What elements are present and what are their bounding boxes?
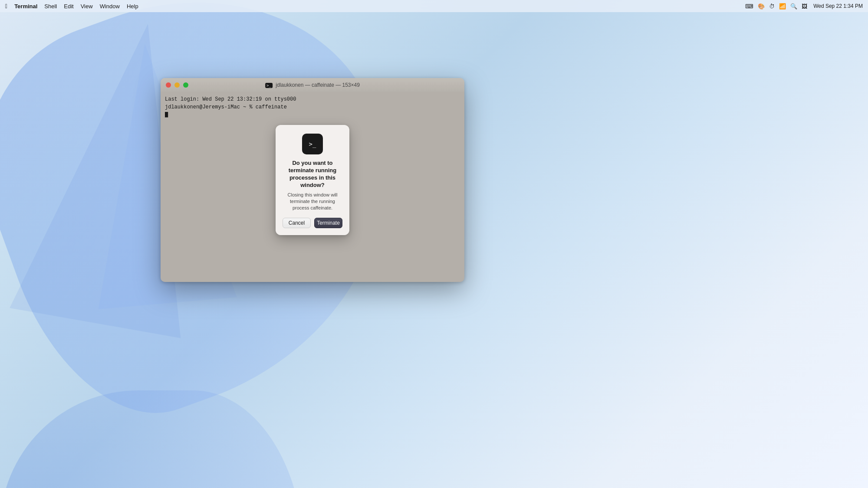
wifi-icon[interactable]: 📶 bbox=[779, 3, 786, 10]
search-icon[interactable]: 🔍 bbox=[790, 3, 797, 10]
dialog-icon: >_ bbox=[302, 134, 323, 154]
photo-icon[interactable]: 🖼 bbox=[802, 3, 807, 10]
menubar:  Terminal Shell Edit View Window Help ⌨… bbox=[0, 0, 868, 12]
desktop:  Terminal Shell Edit View Window Help ⌨… bbox=[0, 0, 868, 488]
clock-status-icon[interactable]: ⏱ bbox=[769, 3, 775, 10]
datetime-display[interactable]: Wed Sep 22 1:34 PM bbox=[813, 3, 863, 9]
help-menu[interactable]: Help bbox=[127, 3, 138, 10]
dialog-message: Closing this window will terminate the r… bbox=[283, 192, 342, 212]
dialog-buttons: Cancel Terminate bbox=[283, 218, 342, 228]
dialog-icon-text: >_ bbox=[309, 141, 316, 147]
shell-menu[interactable]: Shell bbox=[44, 3, 57, 10]
view-menu[interactable]: View bbox=[81, 3, 93, 10]
edit-menu[interactable]: Edit bbox=[64, 3, 73, 10]
dialog-title: Do you want to terminate running process… bbox=[283, 160, 342, 189]
keyboard-icon[interactable]: ⌨ bbox=[745, 3, 753, 10]
window-menu[interactable]: Window bbox=[100, 3, 120, 10]
dialog-overlay: >_ Do you want to terminate running proc… bbox=[161, 78, 464, 282]
app-name-menu[interactable]: Terminal bbox=[14, 3, 37, 10]
apple-menu[interactable]:  bbox=[5, 3, 7, 10]
menubar-right: ⌨ 🎨 ⏱ 📶 🔍 🖼 Wed Sep 22 1:34 PM bbox=[745, 3, 863, 10]
cancel-button[interactable]: Cancel bbox=[283, 218, 311, 228]
terminate-button[interactable]: Terminate bbox=[314, 218, 342, 228]
color-icon[interactable]: 🎨 bbox=[758, 3, 765, 10]
menubar-left:  Terminal Shell Edit View Window Help bbox=[5, 3, 138, 10]
terminal-window: >_ jdlaukkonen — caffeinate — 153×49 Las… bbox=[161, 78, 464, 282]
dialog-box: >_ Do you want to terminate running proc… bbox=[276, 125, 349, 235]
